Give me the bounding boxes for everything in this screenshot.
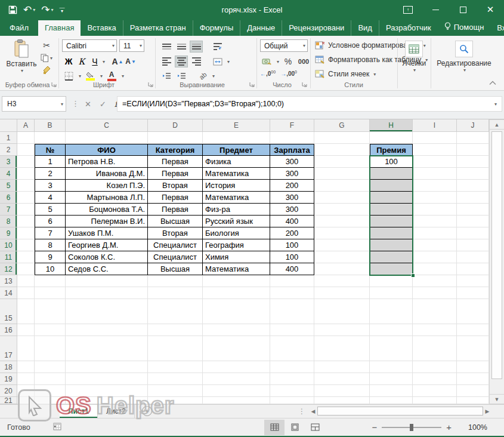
- cell[interactable]: [35, 324, 66, 336]
- column-header-F[interactable]: F: [270, 119, 314, 132]
- sheet-tab-list2[interactable]: Лист2: [98, 405, 135, 418]
- row-header-6[interactable]: 6: [0, 192, 17, 204]
- cell-num[interactable]: 5: [35, 204, 66, 216]
- cell-fio[interactable]: Мартынова Л.П.: [66, 192, 148, 204]
- cell-salary[interactable]: 300: [270, 192, 314, 204]
- format-painter-icon[interactable]: [41, 66, 52, 74]
- horizontal-scroll-thumb[interactable]: [317, 407, 483, 416]
- cell[interactable]: [66, 324, 148, 336]
- select-all-corner[interactable]: [0, 119, 17, 132]
- cell[interactable]: [17, 144, 35, 156]
- cell[interactable]: [314, 251, 370, 263]
- percent-icon[interactable]: %: [282, 56, 295, 67]
- cell[interactable]: [148, 132, 203, 144]
- cell-fio[interactable]: Пелерман В.И.: [66, 216, 148, 227]
- collapse-ribbon-icon[interactable]: [489, 79, 496, 87]
- cell[interactable]: [17, 180, 35, 192]
- cell[interactable]: [413, 275, 457, 287]
- row-header-5[interactable]: 5: [0, 180, 17, 192]
- new-sheet-button[interactable]: +: [142, 406, 152, 416]
- cell[interactable]: [457, 275, 489, 287]
- cell-subject[interactable]: Биология: [203, 227, 270, 239]
- tab-help[interactable]: Помощн: [438, 19, 491, 36]
- cell-subject[interactable]: Математика: [203, 263, 270, 275]
- cell-subject[interactable]: География: [203, 239, 270, 251]
- cell[interactable]: [413, 287, 457, 299]
- cell[interactable]: [370, 299, 413, 324]
- cell[interactable]: [35, 385, 66, 397]
- font-size-select[interactable]: 11▾: [119, 39, 144, 52]
- cell[interactable]: [413, 324, 457, 336]
- cell-fio[interactable]: Седов С.С.: [66, 263, 148, 275]
- cell[interactable]: [148, 287, 203, 299]
- column-header-I[interactable]: I: [413, 119, 457, 132]
- row-header-12[interactable]: 12: [0, 263, 17, 275]
- cell-premia[interactable]: [370, 204, 413, 216]
- cell[interactable]: [413, 239, 457, 251]
- underline-button[interactable]: Ч: [88, 56, 101, 67]
- cell[interactable]: [413, 168, 457, 180]
- cell[interactable]: [148, 361, 203, 373]
- increase-indent-icon[interactable]: [175, 70, 188, 82]
- decrease-decimal-icon[interactable]: →,000: [280, 70, 297, 77]
- table-header-cat[interactable]: Категория: [148, 144, 203, 156]
- cell[interactable]: [457, 144, 489, 156]
- cell[interactable]: [457, 216, 489, 227]
- maximize-button[interactable]: [449, 0, 477, 19]
- currency-icon[interactable]: [260, 56, 273, 67]
- cell[interactable]: [17, 239, 35, 251]
- cell[interactable]: [457, 299, 489, 324]
- align-middle-icon[interactable]: [175, 41, 188, 53]
- cell[interactable]: [17, 227, 35, 239]
- row-header-8[interactable]: 8: [0, 216, 17, 227]
- tab-data[interactable]: Данные: [240, 20, 282, 36]
- cell-salary[interactable]: 400: [270, 263, 314, 275]
- cell-fio[interactable]: Козел П.Э.: [66, 180, 148, 192]
- cell[interactable]: [413, 180, 457, 192]
- page-break-view-button[interactable]: [305, 420, 325, 435]
- cell[interactable]: [314, 397, 370, 404]
- cell[interactable]: [35, 336, 66, 361]
- cell-category[interactable]: Высшая: [148, 263, 203, 275]
- cell[interactable]: [413, 373, 457, 385]
- cell-premia[interactable]: [370, 216, 413, 227]
- row-header-2[interactable]: 2: [0, 144, 17, 156]
- column-header-G[interactable]: G: [314, 119, 370, 132]
- tab-signin[interactable]: Вход: [490, 20, 504, 36]
- cell[interactable]: [66, 361, 148, 373]
- cell[interactable]: [203, 361, 270, 373]
- cell[interactable]: [413, 397, 457, 404]
- cell[interactable]: [66, 132, 148, 144]
- cell[interactable]: [413, 361, 457, 373]
- column-header-J[interactable]: J: [457, 119, 489, 132]
- cell[interactable]: [370, 385, 413, 397]
- cell[interactable]: [457, 204, 489, 216]
- fill-color-icon[interactable]: [84, 70, 97, 82]
- cell[interactable]: [413, 263, 457, 275]
- cell[interactable]: [413, 132, 457, 144]
- vertical-scrollbar[interactable]: ▲ ▼: [489, 119, 504, 404]
- cell-subject[interactable]: Химия: [203, 251, 270, 263]
- table-header-fio[interactable]: ФИО: [66, 144, 148, 156]
- cell-num[interactable]: 2: [35, 168, 66, 180]
- minimize-button[interactable]: [422, 0, 449, 19]
- cell[interactable]: [35, 361, 66, 373]
- cell-subject[interactable]: Математика: [203, 192, 270, 204]
- wrap-text-icon[interactable]: [211, 41, 224, 53]
- table-header-subj[interactable]: Предмет: [203, 144, 270, 156]
- cell-num[interactable]: 9: [35, 251, 66, 263]
- cell-category[interactable]: Первая: [148, 168, 203, 180]
- cell[interactable]: [314, 299, 370, 324]
- cell[interactable]: [17, 385, 35, 397]
- cell[interactable]: [203, 373, 270, 385]
- cell-premia[interactable]: [370, 263, 413, 275]
- cell[interactable]: [17, 204, 35, 216]
- cell[interactable]: [203, 397, 270, 404]
- zoom-slider-handle[interactable]: [410, 424, 413, 431]
- decrease-font-icon[interactable]: А▼: [124, 56, 137, 67]
- row-header-3[interactable]: 3: [0, 156, 17, 168]
- merge-center-icon[interactable]: [211, 56, 224, 67]
- cell[interactable]: [35, 373, 66, 385]
- cell[interactable]: [66, 373, 148, 385]
- row-header-18[interactable]: 18: [0, 361, 17, 373]
